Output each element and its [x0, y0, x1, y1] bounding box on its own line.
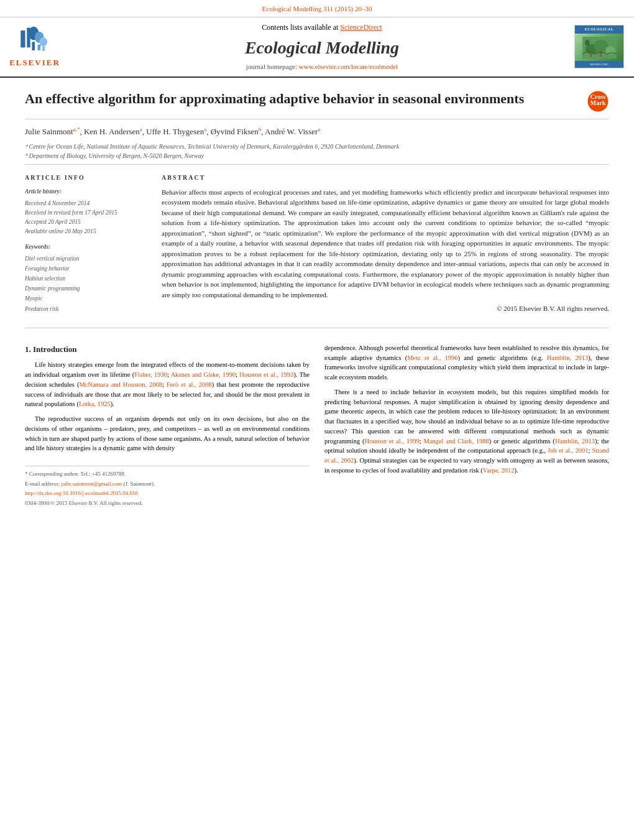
svg-rect-6 [38, 45, 41, 50]
footnote-email: E-mail address: julie.sainmont@gmail.com… [25, 480, 310, 489]
article-info-abstract: ARTICLE INFO Article history: Received 4… [25, 164, 609, 323]
ref-hamblin2013a[interactable]: Hamblin, 2013 [547, 354, 589, 361]
ref-varpe2012[interactable]: Varpe, 2012 [483, 467, 515, 474]
issn-copyright: 0304-3800/© 2015 Elsevier B.V. All right… [25, 499, 310, 508]
keywords-list: Diel vertical migration Foraging behavio… [25, 254, 149, 314]
main-content: 1. Introduction Life history strategies … [25, 333, 609, 519]
contents-line: Contents lists available at ScienceDirec… [70, 22, 574, 33]
article-history-title: Article history: [25, 187, 149, 196]
keyword-6: Predation risk [25, 304, 149, 314]
authors-section: Julie Sainmonta,*, Ken H. Andersena, Uff… [25, 119, 609, 164]
svg-text:Mark: Mark [590, 99, 606, 106]
affiliation-b: ᵇ Department of Biology, University of B… [25, 151, 609, 160]
ref-lotka1925[interactable]: Lotka, 1925 [79, 400, 111, 407]
svg-point-4 [39, 37, 47, 47]
online-date: Available online 26 May 2015 [25, 227, 149, 236]
abstract-copyright: © 2015 Elsevier B.V. All rights reserved… [162, 303, 609, 314]
svg-point-14 [585, 40, 590, 46]
elsevier-tree-icon [16, 25, 53, 56]
paper-title-section: An effective algorithm for approximating… [25, 78, 609, 119]
article-info-column: ARTICLE INFO Article history: Received 4… [25, 173, 149, 314]
main-left-column: 1. Introduction Life history strategies … [25, 343, 310, 509]
doi-url[interactable]: http://dx.doi.org/10.1016/j.ecolmodel.20… [25, 490, 138, 496]
keyword-3: Habitat selection [25, 274, 149, 284]
journal-title: Ecological Modelling [70, 35, 574, 60]
affiliations: ᵃ Centre for Ocean Life, National Instit… [25, 142, 609, 160]
journal-center: Contents lists available at ScienceDirec… [70, 22, 574, 72]
ref-mcnamara2008[interactable]: McNamara and Houston, 2008 [79, 381, 162, 388]
ref-fero2008[interactable]: Ferò et al., 2008 [167, 381, 212, 388]
logo-top-label: ECOLOGICAL [575, 25, 623, 33]
ecological-scene-icon [582, 37, 617, 58]
svg-point-11 [605, 46, 615, 55]
keyword-1: Diel vertical migration [25, 254, 149, 264]
svg-rect-7 [42, 47, 45, 51]
journal-homepage: journal homepage: www.elsevier.com/locat… [70, 62, 574, 72]
keyword-4: Dynamic programming [25, 284, 149, 293]
ref-hamblin2013b[interactable]: Hamblin, 2013 [555, 438, 595, 445]
abstract-text: Behavior affects most aspects of ecologi… [162, 187, 609, 314]
footnote-email-link[interactable]: julie.sainmont@gmail.com [61, 481, 122, 487]
ref-houston1999[interactable]: Houston et al., 1999 [364, 438, 419, 445]
elsevier-brand-text: ELSEVIER [9, 57, 60, 68]
right-paragraph-2: There is a need to include behavior in e… [324, 387, 609, 476]
svg-rect-0 [21, 30, 25, 47]
sciencedirect-link[interactable]: ScienceDirect [340, 23, 382, 32]
section1-heading: 1. Introduction [25, 343, 310, 356]
logo-bottom-label: MODELLING [575, 61, 623, 68]
ref-metz1996[interactable]: Metz et al., 1996 [407, 354, 457, 361]
elsevier-logo: ELSEVIER [10, 25, 60, 68]
ref-joh2001[interactable]: Joh et al., 2001 [548, 447, 588, 454]
ref-mangel1988[interactable]: Mangel and Clark, 1988 [423, 438, 489, 445]
article-history: Article history: Received 4 November 201… [25, 187, 149, 237]
abstract-column: ABSTRACT Behavior affects most aspects o… [162, 173, 609, 314]
journal-header: ELSEVIER Contents lists available at Sci… [0, 17, 634, 78]
section-divider [25, 328, 609, 328]
footnote-area: * Corresponding author. Tel.: +45 412697… [25, 466, 310, 507]
paper-body: An effective algorithm for approximating… [0, 78, 634, 519]
journal-logo-image: ECOLOGICAL MODELLING [574, 25, 624, 68]
crossmark-icon: Cross Mark [587, 90, 609, 113]
right-paragraph-1: dependence. Although powerful theoretica… [324, 343, 609, 382]
abstract-label: ABSTRACT [162, 173, 609, 182]
intro-paragraph-2: The reproductive success of an organism … [25, 414, 310, 453]
svg-rect-5 [32, 42, 35, 51]
ref-aksnes1990[interactable]: Aksnes and Giske, 1990 [171, 371, 236, 378]
revised-date: Received in revised form 17 April 2015 [25, 208, 149, 218]
footnote-star: * Corresponding author. Tel.: +45 412697… [25, 470, 310, 479]
main-right-column: dependence. Although powerful theoretica… [324, 343, 609, 509]
keyword-5: Myopic [25, 293, 149, 303]
authors-list: Julie Sainmonta,*, Ken H. Andersena, Uff… [25, 126, 609, 138]
logo-image-area [575, 34, 623, 62]
received-date: Received 4 November 2014 [25, 199, 149, 208]
ref-fisher1930[interactable]: Fisher, 1930 [134, 371, 167, 378]
paper-title: An effective algorithm for approximating… [25, 90, 577, 108]
keywords-label: Keywords: [25, 243, 149, 251]
journal-citation-link[interactable]: Ecological Modelling 311 (2015) 20–30 [262, 5, 372, 12]
article-info-label: ARTICLE INFO [25, 173, 149, 182]
doi-link: http://dx.doi.org/10.1016/j.ecolmodel.20… [25, 489, 310, 498]
ref-houston1993[interactable]: Houston et al., 1993 [239, 371, 293, 378]
intro-paragraph-1: Life history strategies emerge from the … [25, 360, 310, 409]
journal-top-bar: Ecological Modelling 311 (2015) 20–30 [0, 0, 634, 17]
journal-url[interactable]: www.elsevier.com/locate/ecolmodel [299, 63, 398, 70]
svg-rect-12 [590, 52, 592, 57]
accepted-date: Accepted 20 April 2015 [25, 218, 149, 227]
keyword-2: Foraging behavior [25, 264, 149, 274]
svg-rect-13 [600, 50, 602, 57]
affiliation-a: ᵃ Centre for Ocean Life, National Instit… [25, 142, 609, 151]
